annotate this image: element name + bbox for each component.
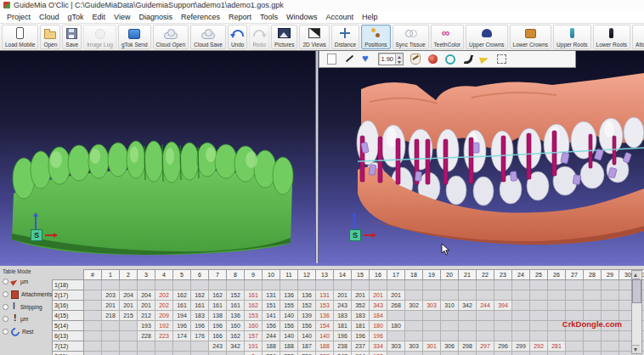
table-cell[interactable]: 299 bbox=[512, 341, 530, 351]
table-cell[interactable] bbox=[459, 290, 477, 300]
table-cell[interactable] bbox=[370, 279, 387, 290]
table-cell[interactable]: 194 bbox=[173, 310, 191, 320]
table-cell[interactable] bbox=[548, 330, 566, 341]
column-header[interactable]: 17 bbox=[387, 269, 405, 279]
table-cell[interactable] bbox=[405, 290, 423, 300]
table-cell[interactable] bbox=[84, 310, 102, 320]
column-header[interactable]: 1 bbox=[102, 269, 120, 279]
table-cell[interactable] bbox=[548, 300, 566, 310]
menu-edit[interactable]: Edit bbox=[88, 13, 110, 21]
table-cell[interactable]: 201 bbox=[120, 300, 138, 310]
table-cell[interactable]: 191 bbox=[245, 341, 263, 351]
table-cell[interactable]: 292 bbox=[530, 341, 548, 351]
table-cell[interactable] bbox=[387, 351, 405, 355]
table-cell[interactable]: 196 bbox=[370, 330, 387, 341]
table-cell[interactable] bbox=[423, 320, 441, 330]
table-cell[interactable] bbox=[227, 279, 245, 290]
table-cell[interactable]: 203 bbox=[102, 290, 120, 300]
toolbar-button-save[interactable]: Save bbox=[62, 25, 82, 50]
table-cell[interactable] bbox=[584, 290, 602, 300]
column-header[interactable]: 7 bbox=[209, 269, 227, 279]
table-cell[interactable] bbox=[84, 351, 102, 355]
table-cell[interactable]: 180 bbox=[387, 320, 405, 330]
table-cell[interactable] bbox=[84, 290, 102, 300]
table-cell[interactable] bbox=[387, 330, 405, 341]
table-cell[interactable]: 166 bbox=[209, 330, 227, 341]
table-cell[interactable] bbox=[602, 290, 619, 300]
table-cell[interactable] bbox=[155, 351, 173, 355]
table-cell[interactable]: 347 bbox=[334, 351, 352, 355]
table-cell[interactable] bbox=[530, 300, 548, 310]
table-cell[interactable] bbox=[102, 341, 120, 351]
table-cell[interactable] bbox=[423, 279, 441, 290]
column-header[interactable]: 23 bbox=[494, 269, 512, 279]
table-cell[interactable] bbox=[138, 341, 155, 351]
table-cell[interactable] bbox=[227, 351, 245, 355]
table-cell[interactable]: 204 bbox=[120, 290, 138, 300]
table-cell[interactable]: 131 bbox=[316, 290, 334, 300]
table-cell[interactable] bbox=[512, 330, 530, 341]
table-cell[interactable]: 183 bbox=[352, 310, 370, 320]
table-cell[interactable]: 228 bbox=[138, 330, 155, 341]
table-cell[interactable] bbox=[566, 351, 584, 355]
table-cell[interactable] bbox=[530, 320, 548, 330]
table-cell[interactable]: 157 bbox=[245, 330, 263, 341]
menu-view[interactable]: View bbox=[110, 13, 134, 21]
table-cell[interactable] bbox=[334, 279, 352, 290]
column-header[interactable]: 10 bbox=[263, 269, 280, 279]
row-header[interactable]: 1(18) bbox=[53, 279, 84, 290]
table-cell[interactable] bbox=[120, 279, 138, 290]
column-header[interactable]: 18 bbox=[405, 269, 423, 279]
toolbar-button-cloud-open[interactable]: Cloud Open bbox=[153, 25, 189, 50]
table-cell[interactable]: 181 bbox=[334, 320, 352, 330]
row-header[interactable]: 8(11) bbox=[53, 351, 84, 355]
table-cell[interactable]: 153 bbox=[316, 300, 334, 310]
table-cell[interactable]: 162 bbox=[173, 290, 191, 300]
table-cell[interactable] bbox=[173, 351, 191, 355]
table-cell[interactable]: 181 bbox=[352, 320, 370, 330]
toolbar-button-redo[interactable]: Redo bbox=[249, 25, 269, 50]
table-cell[interactable]: 298 bbox=[459, 341, 477, 351]
stepper-down-icon[interactable] bbox=[396, 59, 403, 65]
table-cell[interactable] bbox=[84, 279, 102, 290]
table-cell[interactable] bbox=[209, 279, 227, 290]
table-cell[interactable] bbox=[459, 351, 477, 355]
table-cell[interactable] bbox=[298, 279, 316, 290]
teal-ring-icon[interactable] bbox=[445, 54, 455, 65]
value-stepper[interactable]: 1.90 bbox=[378, 53, 404, 65]
table-cell[interactable] bbox=[120, 341, 138, 351]
table-cell[interactable] bbox=[84, 320, 102, 330]
table-cell[interactable]: 162 bbox=[245, 300, 263, 310]
menu-windows[interactable]: Windows bbox=[282, 13, 322, 21]
column-header[interactable]: # bbox=[84, 269, 102, 279]
table-cell[interactable]: 287 bbox=[316, 351, 334, 355]
table-cell[interactable] bbox=[387, 279, 405, 290]
table-cell[interactable]: 156 bbox=[298, 320, 316, 330]
table-cell[interactable]: 194 bbox=[352, 351, 370, 355]
scroll-up-button[interactable] bbox=[632, 271, 640, 279]
table-cell[interactable]: 152 bbox=[227, 290, 245, 300]
table-cell[interactable] bbox=[155, 279, 173, 290]
column-header[interactable]: 22 bbox=[477, 269, 494, 279]
table-cell[interactable]: 196 bbox=[191, 320, 209, 330]
table-cell[interactable]: 156 bbox=[280, 320, 298, 330]
table-cell[interactable]: 268 bbox=[387, 300, 405, 310]
table-cell[interactable] bbox=[477, 330, 494, 341]
table-cell[interactable] bbox=[120, 320, 138, 330]
table-cell[interactable]: 162 bbox=[209, 290, 227, 300]
table-cell[interactable] bbox=[423, 310, 441, 320]
table-cell[interactable]: 223 bbox=[155, 330, 173, 341]
table-cell[interactable]: 202 bbox=[155, 290, 173, 300]
table-cell[interactable]: 201 bbox=[138, 300, 155, 310]
toolbar-button-distance[interactable]: Distance bbox=[331, 25, 359, 50]
table-cell[interactable]: 161 bbox=[227, 300, 245, 310]
table-cell[interactable] bbox=[138, 351, 155, 355]
table-cell[interactable] bbox=[548, 351, 566, 355]
table-cell[interactable] bbox=[155, 341, 173, 351]
table-cell[interactable]: 297 bbox=[477, 341, 494, 351]
table-cell[interactable] bbox=[602, 330, 619, 341]
row-header[interactable]: 7(12) bbox=[53, 341, 84, 351]
table-cell[interactable] bbox=[173, 341, 191, 351]
table-cell[interactable]: 140 bbox=[298, 330, 316, 341]
menu-help[interactable]: Help bbox=[358, 13, 382, 21]
